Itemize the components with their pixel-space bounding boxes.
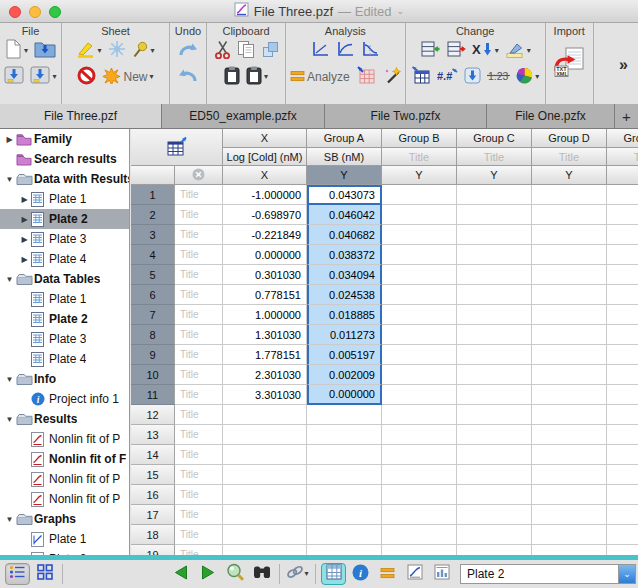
row-title-cell[interactable]: Title — [175, 405, 223, 425]
cut-button[interactable] — [214, 40, 231, 63]
column-subtitle[interactable]: Log [Cold] (nM) — [223, 148, 307, 166]
sidebar-item-project-info-1[interactable]: iProject info 1 — [0, 389, 129, 409]
disclosure-closed-icon[interactable]: ▶ — [18, 255, 31, 264]
y-value-cell[interactable] — [457, 325, 532, 345]
y-value-cell[interactable]: 0.024538 — [307, 285, 382, 305]
row-number[interactable]: 7 — [131, 305, 175, 325]
y-value-cell[interactable] — [532, 465, 607, 485]
sigmoid-plot-button[interactable] — [361, 41, 380, 62]
y-value-cell[interactable] — [382, 545, 457, 555]
row-title-cell[interactable]: Title — [175, 205, 223, 225]
x-value-cell[interactable]: 1.301030 — [223, 325, 307, 345]
open-file-button[interactable] — [34, 40, 56, 62]
exclude-123-button[interactable]: 1.23 — [487, 68, 510, 86]
y-value-cell[interactable]: 0.002009 — [307, 365, 382, 385]
sidebar-item-data-with-results[interactable]: ▼Data with Results — [0, 169, 129, 189]
row-number[interactable]: 8 — [131, 325, 175, 345]
y-value-cell[interactable] — [382, 205, 457, 225]
y-value-cell[interactable] — [607, 385, 638, 405]
y-value-cell[interactable] — [532, 245, 607, 265]
y-value-cell[interactable] — [532, 285, 607, 305]
format-paint-button[interactable]: ▾ — [505, 41, 531, 62]
save-button[interactable] — [4, 66, 24, 88]
column-subtitle[interactable]: Title — [382, 148, 457, 166]
row-number[interactable]: 5 — [131, 265, 175, 285]
y-value-cell[interactable] — [607, 345, 638, 365]
minimize-window-button[interactable] — [29, 6, 41, 18]
x-value-cell[interactable]: -0.221849 — [223, 225, 307, 245]
sheet-view-button[interactable] — [321, 563, 346, 585]
y-value-cell[interactable] — [532, 425, 607, 445]
row-title-cell[interactable]: Title — [175, 485, 223, 505]
row-number[interactable]: 15 — [131, 465, 175, 485]
color-wheel-button[interactable]: ▾ — [516, 67, 539, 88]
sheet-selector-dropdown[interactable]: Plate 2⌄ — [460, 564, 636, 584]
disclosure-closed-icon[interactable]: ▶ — [18, 235, 31, 244]
sidebar-item-plate-3[interactable]: Plate 3 — [0, 329, 129, 349]
y-value-cell[interactable] — [532, 225, 607, 245]
copy-button[interactable] — [237, 40, 256, 63]
transpose-button[interactable] — [411, 66, 431, 88]
row-number[interactable]: 12 — [131, 405, 175, 425]
y-value-cell[interactable] — [382, 185, 457, 205]
decimal-button[interactable]: #.# — [437, 67, 458, 87]
redo-button[interactable] — [178, 41, 198, 62]
disclosure-closed-icon[interactable]: ▶ — [18, 215, 31, 224]
delete-row-button[interactable] — [446, 41, 466, 61]
exclude-button[interactable] — [77, 66, 96, 89]
chevron-down-icon[interactable]: ⌄ — [397, 6, 405, 16]
y-value-cell[interactable] — [382, 245, 457, 265]
x-value-cell[interactable] — [223, 425, 307, 445]
clear-column-header[interactable] — [175, 166, 223, 185]
row-title-cell[interactable]: Title — [175, 365, 223, 385]
highlight-button[interactable]: ▾ — [76, 41, 101, 62]
search-binoculars-button[interactable] — [249, 563, 274, 585]
row-number[interactable]: 4 — [131, 245, 175, 265]
y-value-cell[interactable] — [607, 245, 638, 265]
y-value-cell[interactable] — [307, 405, 382, 425]
y-value-cell[interactable] — [382, 485, 457, 505]
column-subtitle[interactable]: Title — [532, 148, 607, 166]
close-window-button[interactable] — [9, 6, 21, 18]
back-arrow-button[interactable] — [168, 563, 193, 585]
sidebar-item-plate-2[interactable]: ▶Plate 2 — [0, 209, 129, 229]
y-value-cell[interactable] — [382, 385, 457, 405]
y-value-cell[interactable]: 0.005197 — [307, 345, 382, 365]
row-number[interactable]: 2 — [131, 205, 175, 225]
column-header-group-d[interactable]: Group D — [532, 129, 607, 148]
y-value-cell[interactable] — [457, 285, 532, 305]
paste-button[interactable] — [224, 66, 240, 89]
row-number[interactable]: 14 — [131, 445, 175, 465]
analysis-grid-button[interactable] — [356, 66, 376, 88]
x-value-cell[interactable]: 3.301030 — [223, 385, 307, 405]
y-value-cell[interactable] — [532, 525, 607, 545]
analysis-view-button[interactable] — [375, 563, 400, 585]
sidebar-item-plate-1[interactable]: Plate 1 — [0, 529, 129, 549]
grid-view-button[interactable] — [32, 563, 57, 585]
sidebar-item-nonlin-fit-of-p[interactable]: Nonlin fit of P — [0, 489, 129, 509]
y-value-cell[interactable] — [457, 265, 532, 285]
y-value-cell[interactable] — [532, 205, 607, 225]
x-value-cell[interactable] — [223, 405, 307, 425]
disclosure-closed-icon[interactable]: ▶ — [3, 135, 16, 144]
y-value-cell[interactable] — [457, 545, 532, 555]
graph-view-button[interactable] — [402, 563, 427, 585]
column-subtitle[interactable]: Title — [457, 148, 532, 166]
y-value-cell[interactable] — [532, 445, 607, 465]
duplicate-button[interactable] — [262, 41, 279, 62]
close-circle-icon[interactable] — [192, 168, 205, 183]
y-value-cell[interactable] — [307, 425, 382, 445]
row-number[interactable]: 18 — [131, 525, 175, 545]
row-number[interactable]: 6 — [131, 285, 175, 305]
disclosure-open-icon[interactable]: ▼ — [3, 515, 16, 524]
analyze-button[interactable]: Analyze — [290, 68, 350, 86]
x-value-cell[interactable] — [223, 505, 307, 525]
y-value-cell[interactable] — [382, 265, 457, 285]
y-value-cell[interactable] — [457, 205, 532, 225]
zoom-find-button[interactable] — [222, 563, 247, 585]
row-title-cell[interactable]: Title — [175, 325, 223, 345]
y-value-cell[interactable] — [607, 485, 638, 505]
chevron-down-icon[interactable]: ⌄ — [618, 565, 635, 583]
y-value-cell[interactable] — [532, 305, 607, 325]
y-value-cell[interactable] — [607, 285, 638, 305]
